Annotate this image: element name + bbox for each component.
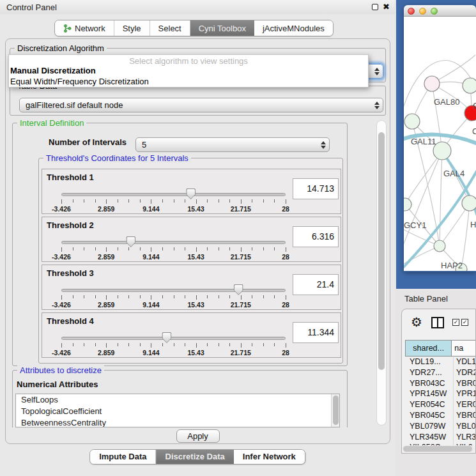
network-window: GAL80GACGAL11GAL4GCY1HHAP2 <box>404 5 476 272</box>
minimize-traffic-light-icon[interactable] <box>419 8 426 15</box>
node-table-header: shared... na <box>405 340 476 357</box>
network-view-frame: GAL80GACGAL11GAL4GCY1HHAP2 <box>396 0 476 289</box>
node-label: GAL4 <box>443 169 464 178</box>
slider-handle[interactable] <box>126 236 135 247</box>
network-node <box>434 240 445 252</box>
threshold-slider[interactable]: -3.4262.8599.14415.4321.71528 <box>61 236 286 261</box>
node-label: GCY1 <box>404 220 426 230</box>
threshold-row-4: Threshold 4-3.4262.8599.14415.4321.71528… <box>42 312 341 358</box>
number-of-intervals-value: 5 <box>136 140 318 150</box>
tab-jactivemnodules[interactable]: jActiveMNodules <box>254 20 333 36</box>
threshold-slider[interactable]: -3.4262.8599.14415.4321.71528 <box>61 188 286 213</box>
number-of-intervals-label: Number of Intervals <box>49 137 127 147</box>
combo-arrows-icon <box>371 102 383 109</box>
tab-infer-network[interactable]: Infer Network <box>234 450 305 464</box>
numerical-attributes-label: Numerical Attributes <box>17 380 98 389</box>
float-window-icon[interactable] <box>372 4 378 10</box>
table-panel: ⚙ ✓ ✓ shared... na YDL19...YDL1YDR27...Y… <box>401 309 476 454</box>
tab-cyni-toolbox[interactable]: Cyni Toolbox <box>190 20 254 36</box>
node-label: GA <box>473 101 476 111</box>
combo-arrows-icon <box>371 68 383 75</box>
network-canvas[interactable]: GAL80GACGAL11GAL4GCY1HHAP2 <box>404 17 476 271</box>
network-window-titlebar <box>404 5 476 17</box>
settings-scrollbar[interactable] <box>376 120 387 426</box>
number-of-intervals-combobox[interactable]: 5 <box>135 137 330 152</box>
network-node <box>462 196 476 211</box>
threshold-value-field[interactable]: 14.713 <box>293 178 339 199</box>
table-row[interactable]: YDL19...YDL1 <box>405 357 476 368</box>
threshold-label: Threshold 3 <box>47 268 94 278</box>
tab-network[interactable]: Network <box>55 20 114 36</box>
tab-impute-data[interactable]: Impute Data <box>90 450 156 464</box>
attributes-group: Attributes to discretize Numerical Attri… <box>12 370 348 427</box>
attribute-item[interactable]: BetweennessCentrality <box>16 417 339 427</box>
settings-scrollpane: Interval Definition Number of Intervals … <box>10 119 387 427</box>
control-panel: Control Panel ✖ NetworkStyleSelectCyni T… <box>0 0 395 476</box>
tab-select[interactable]: Select <box>150 20 190 36</box>
node-label: GAL11 <box>411 137 436 146</box>
network-node <box>404 198 411 211</box>
slider-handle[interactable] <box>162 332 171 343</box>
algorithm-popup-hint: Select algorithm to view settings <box>9 55 368 66</box>
threshold-row-1: Threshold 1-3.4262.8599.14415.4321.71528… <box>42 169 341 214</box>
column-header-name[interactable]: na <box>452 340 476 357</box>
threshold-label: Threshold 1 <box>47 173 94 182</box>
algorithm-option-manual[interactable]: Manual Discretization <box>9 66 368 77</box>
panel-title: Control Panel <box>6 3 57 12</box>
tab-style[interactable]: Style <box>114 20 150 36</box>
table-data-value: galFiltered.sif default node <box>20 100 371 110</box>
algorithm-option-equal-width[interactable]: Equal Width/Frequency Discretization <box>9 77 368 88</box>
threshold-label: Threshold 2 <box>47 220 94 230</box>
attributes-scrollbar[interactable] <box>331 394 339 427</box>
network-node <box>404 114 420 129</box>
top-tab-bar: NetworkStyleSelectCyni ToolboxjActiveMNo… <box>54 20 334 36</box>
zoom-traffic-light-icon[interactable] <box>431 8 438 15</box>
attribute-item[interactable]: TopologicalCoefficient <box>16 406 339 417</box>
table-row[interactable]: YLR345WYLR3 <box>405 433 476 443</box>
tab-discretize-data[interactable]: Discretize Data <box>157 450 234 464</box>
slider-handle[interactable] <box>186 188 196 199</box>
attribute-item[interactable]: SelfLoops <box>16 394 339 406</box>
network-node <box>424 76 440 91</box>
algorithm-group-title: Discretization Algorithm <box>15 43 107 53</box>
application-window: Control Panel ✖ NetworkStyleSelectCyni T… <box>0 0 476 476</box>
attributes-group-title: Attributes to discretize <box>17 365 104 375</box>
combo-arrows-icon <box>318 141 329 149</box>
control-panel-titlebar: Control Panel ✖ <box>0 0 395 14</box>
node-label: C <box>472 127 476 136</box>
node-label: H <box>470 220 476 229</box>
table-row[interactable]: YBR045CYBR0 <box>405 411 476 422</box>
network-icon <box>63 24 72 33</box>
interval-definition-group: Interval Definition Number of Intervals … <box>12 123 348 366</box>
column-header-shared[interactable]: shared... <box>405 340 452 357</box>
slider-handle[interactable] <box>234 284 243 295</box>
columns-icon[interactable] <box>431 317 444 328</box>
threshold-label: Threshold 4 <box>47 316 94 326</box>
checkbox-icon[interactable]: ✓ <box>461 319 468 326</box>
table-row[interactable]: YDR27...YDR2 <box>405 368 476 379</box>
threshold-row-3: Threshold 3-3.4262.8599.14415.4321.71528… <box>42 265 341 310</box>
table-data-group: Table Data galFiltered.sif default node <box>10 86 386 116</box>
table-row[interactable]: YBR043CYBR0 <box>405 379 476 390</box>
apply-button[interactable]: Apply <box>176 429 220 443</box>
table-row[interactable]: YBL079WYBL0 <box>405 422 476 433</box>
close-icon[interactable]: ✖ <box>383 2 390 12</box>
table-horizontal-scrollbar[interactable] <box>403 445 475 452</box>
threshold-value-field[interactable]: 6.316 <box>293 226 339 247</box>
thresholds-group: Threshold's Coordinates for 5 Intervals … <box>38 158 343 364</box>
table-row[interactable]: YPR145WYPR1 <box>405 389 476 400</box>
threshold-row-2: Threshold 2-3.4262.8599.14415.4321.71528… <box>42 217 341 262</box>
checkbox-icon[interactable]: ✓ <box>452 319 459 326</box>
close-traffic-light-icon[interactable] <box>408 8 415 15</box>
threshold-value-field[interactable]: 11.344 <box>293 322 339 343</box>
gear-icon[interactable]: ⚙ <box>411 314 422 330</box>
threshold-slider[interactable]: -3.4262.8599.14415.4321.71528 <box>61 332 286 357</box>
node-label: HAP2 <box>441 261 463 270</box>
interval-definition-title: Interval Definition <box>17 119 86 128</box>
table-row[interactable]: YER054CYER0 <box>405 400 476 411</box>
threshold-slider[interactable]: -3.4262.8599.14415.4321.71528 <box>61 284 286 309</box>
table-data-combobox[interactable]: galFiltered.sif default node <box>19 98 383 112</box>
threshold-value-field[interactable]: 21.4 <box>293 274 339 295</box>
numerical-attributes-list[interactable]: SelfLoopsTopologicalCoefficientBetweenne… <box>15 394 340 427</box>
cyni-toolbox-panel: Discretization Algorithm Table Data galF… <box>5 38 390 444</box>
